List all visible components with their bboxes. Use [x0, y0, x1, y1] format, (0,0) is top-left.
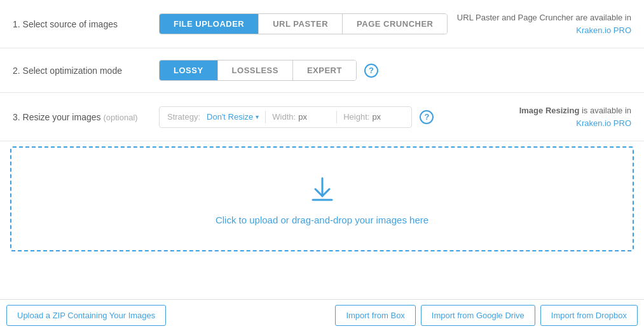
upload-icon: [306, 173, 338, 207]
optimization-help-icon[interactable]: ?: [364, 64, 378, 78]
drop-zone[interactable]: Click to upload or drag-and-drop your im…: [10, 146, 634, 251]
source-tab-group: FILE UPLOADER URL PASTER PAGE CRUNCHER: [159, 13, 448, 34]
source-info: URL Paster and Page Cruncher are availab…: [457, 11, 631, 36]
resize-label: 3. Resize your images (optional): [13, 112, 159, 122]
tab-page-cruncher[interactable]: PAGE CRUNCHER: [343, 14, 447, 34]
resize-info: Image Resizing is available in Kraken.io…: [519, 104, 631, 129]
resize-section: 3. Resize your images (optional) Strateg…: [0, 93, 644, 141]
resize-pro-link[interactable]: Kraken.io PRO: [576, 118, 631, 128]
optimization-section: 2. Select optimization mode LOSSY LOSSLE…: [0, 48, 644, 93]
import-box-button[interactable]: Import from Box: [335, 305, 415, 326]
width-field: Width:: [272, 112, 330, 122]
resize-info-bold: Image Resizing: [519, 106, 580, 115]
resize-controls: Strategy: Don't Resize ▾ Width: Height:: [159, 106, 519, 128]
strategy-dropdown[interactable]: Don't Resize ▾: [207, 112, 259, 122]
upload-zip-button[interactable]: Upload a ZIP Containing Your Images: [6, 305, 166, 326]
main-content: 1. Select source of images FILE UPLOADER…: [0, 0, 644, 331]
source-label: 1. Select source of images: [13, 19, 159, 29]
tab-expert[interactable]: EXPERT: [293, 60, 356, 80]
tab-file-uploader[interactable]: FILE UPLOADER: [160, 14, 259, 34]
chevron-down-icon: ▾: [256, 113, 259, 120]
resize-help-icon[interactable]: ?: [420, 110, 434, 124]
width-label: Width:: [272, 112, 296, 122]
strategy-value: Don't Resize: [207, 112, 253, 122]
optimization-label: 2. Select optimization mode: [13, 66, 159, 76]
tab-lossy[interactable]: LOSSY: [160, 60, 218, 80]
tab-url-paster[interactable]: URL PASTER: [259, 14, 343, 34]
optimization-controls: LOSSY LOSSLESS EXPERT ?: [159, 60, 631, 81]
resize-divider-1: [265, 111, 266, 123]
drop-zone-text: Click to upload or drag-and-drop your im…: [216, 215, 428, 225]
sections-area: 1. Select source of images FILE UPLOADER…: [0, 0, 644, 141]
height-field: Height:: [343, 112, 404, 122]
import-dropbox-button[interactable]: Import from Dropbox: [540, 305, 638, 326]
resize-box: Strategy: Don't Resize ▾ Width: Height:: [159, 106, 412, 128]
import-gdrive-button[interactable]: Import from Google Drive: [421, 305, 535, 326]
width-input[interactable]: [298, 112, 330, 122]
drop-area: Click to upload or drag-and-drop your im…: [0, 141, 644, 299]
resize-optional: (optional): [103, 113, 137, 122]
resize-divider-2: [336, 111, 337, 123]
optimization-tab-group: LOSSY LOSSLESS EXPERT: [159, 60, 357, 81]
source-info-text: URL Paster and Page Cruncher are availab…: [457, 13, 631, 22]
resize-info-text: is available in: [579, 106, 631, 115]
strategy-label: Strategy:: [167, 112, 200, 122]
tab-lossless[interactable]: LOSSLESS: [218, 60, 293, 80]
height-input[interactable]: [372, 112, 404, 122]
height-label: Height:: [343, 112, 369, 122]
source-controls: FILE UPLOADER URL PASTER PAGE CRUNCHER: [159, 13, 457, 34]
source-pro-link[interactable]: Kraken.io PRO: [576, 25, 631, 35]
bottom-bar: Upload a ZIP Containing Your Images Impo…: [0, 299, 644, 331]
source-section: 1. Select source of images FILE UPLOADER…: [0, 0, 644, 48]
